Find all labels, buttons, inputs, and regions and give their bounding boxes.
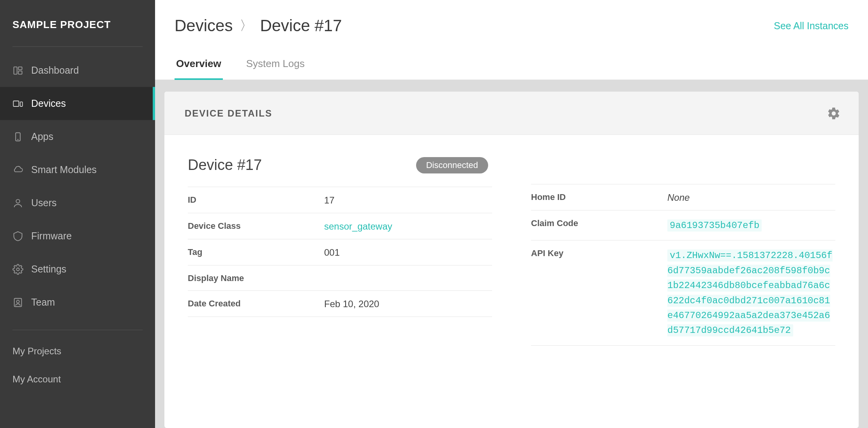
gear-icon [12,264,23,275]
svg-rect-2 [18,71,22,74]
details-left-column: Device #17 Disconnected ID 17 Device Cla… [188,157,492,346]
panel-title: DEVICE DETAILS [185,108,272,119]
detail-label: Tag [188,247,324,257]
sidebar-item-firmware[interactable]: Firmware [0,219,155,253]
chevron-right-icon: 〉 [240,17,253,35]
sidebar-item-devices[interactable]: Devices [0,87,155,120]
sidebar-link-my-projects[interactable]: My Projects [0,337,155,365]
detail-value: 17 [324,195,492,206]
sidebar-item-label: Users [31,197,56,209]
sidebar-item-label: Smart Modules [31,164,97,175]
detail-value: Feb 10, 2020 [324,299,492,310]
panel-header: DEVICE DETAILS [164,92,859,135]
content-background: DEVICE DETAILS Device #17 Disconnected I… [155,80,868,428]
detail-label: Display Name [188,273,324,283]
svg-rect-3 [13,101,19,106]
sidebar-item-team[interactable]: Team [0,286,155,319]
svg-rect-0 [14,67,17,74]
sidebar-item-apps[interactable]: Apps [0,120,155,153]
user-icon [12,198,23,209]
detail-label: Date Created [188,299,324,309]
breadcrumb-root[interactable]: Devices [175,16,233,35]
tab-system-logs[interactable]: System Logs [245,58,306,80]
detail-label: API Key [531,248,667,258]
sidebar-item-label: Devices [31,98,66,109]
device-name: Device #17 [188,157,262,173]
details-right-column: Home ID None Claim Code 9a6193735b407efb… [531,157,835,346]
detail-value: None [667,192,835,203]
status-badge: Disconnected [416,157,488,173]
detail-row-home-id: Home ID None [531,184,835,210]
breadcrumb: Devices 〉 Device #17 [175,16,342,35]
device-class-link[interactable]: sensor_gateway [324,221,492,232]
sidebar-divider-2 [12,330,143,330]
sidebar-item-label: Firmware [31,230,72,242]
see-all-instances-link[interactable]: See All Instances [774,20,849,32]
detail-row-id: ID 17 [188,187,492,213]
tab-overview[interactable]: Overview [175,58,223,80]
sidebar-item-smart-modules[interactable]: Smart Modules [0,153,155,186]
claim-code-value[interactable]: 9a6193735b407efb [667,219,762,232]
sidebar-divider [12,46,143,47]
settings-gear-icon[interactable] [827,106,841,120]
svg-point-7 [16,199,19,203]
sidebar-link-my-account[interactable]: My Account [0,365,155,393]
detail-row-device-class: Device Class sensor_gateway [188,213,492,239]
sidebar-item-dashboard[interactable]: Dashboard [0,54,155,87]
devices-icon [12,98,23,109]
api-key-value[interactable]: v1.ZHwxNw==.1581372228.40156f6d77359aabd… [667,249,833,336]
detail-label: ID [188,195,324,205]
detail-label: Home ID [531,192,667,202]
detail-label: Claim Code [531,218,667,228]
sidebar-item-label: Settings [31,264,66,275]
svg-point-10 [17,300,19,303]
detail-row-display-name: Display Name [188,265,492,290]
device-details-panel: DEVICE DETAILS Device #17 Disconnected I… [164,92,859,428]
sidebar-item-settings[interactable]: Settings [0,253,155,286]
project-title: SAMPLE PROJECT [12,19,143,31]
svg-rect-4 [20,102,23,106]
detail-value: 001 [324,247,492,258]
cloud-icon [12,164,23,175]
detail-label: Device Class [188,221,324,231]
main-content: Devices 〉 Device #17 See All Instances O… [155,0,868,428]
detail-row-api-key: API Key v1.ZHwxNw==.1581372228.40156f6d7… [531,240,835,345]
sidebar-item-label: Team [31,297,55,308]
detail-row-date-created: Date Created Feb 10, 2020 [188,290,492,317]
tabs: Overview System Logs [155,58,868,80]
apps-icon [12,131,23,142]
detail-row-claim-code: Claim Code 9a6193735b407efb [531,210,835,240]
svg-rect-1 [18,67,22,69]
panel-body: Device #17 Disconnected ID 17 Device Cla… [164,135,859,361]
sidebar-item-label: Apps [31,131,53,142]
svg-point-8 [17,268,19,271]
sidebar-item-users[interactable]: Users [0,186,155,219]
sidebar: SAMPLE PROJECT Dashboard Devices Apps Sm… [0,0,155,428]
dashboard-icon [12,65,23,76]
firmware-icon [12,231,23,242]
page-header: Devices 〉 Device #17 See All Instances [155,0,868,35]
team-icon [12,297,23,308]
sidebar-item-label: Dashboard [31,65,79,76]
detail-row-tag: Tag 001 [188,239,492,265]
breadcrumb-current: Device #17 [260,16,342,35]
